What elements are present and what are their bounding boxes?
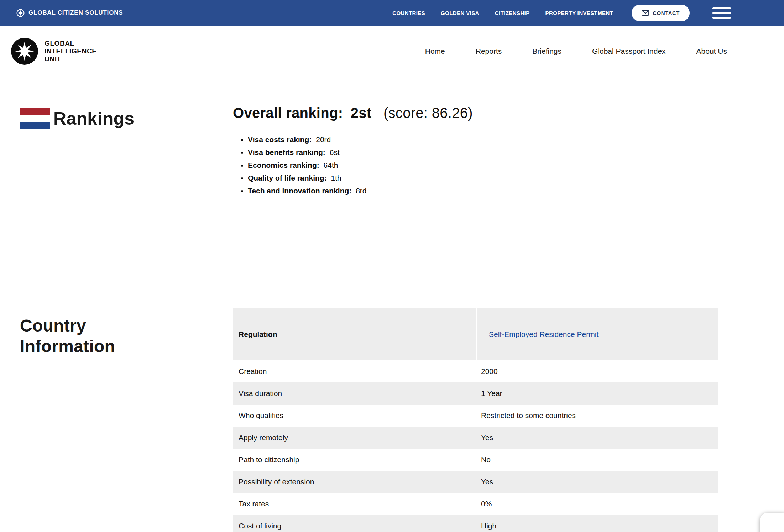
nav-about-us[interactable]: About Us: [696, 47, 727, 56]
topbar: GLOBAL CITIZEN SOLUTIONS COUNTRIES GOLDE…: [0, 0, 784, 26]
envelope-icon: [642, 10, 649, 16]
topbar-link-property-investment[interactable]: PROPERTY INVESTMENT: [545, 10, 613, 16]
page: GLOBAL CITIZEN SOLUTIONS COUNTRIES GOLDE…: [0, 0, 784, 532]
contact-button[interactable]: CONTACT: [632, 5, 690, 21]
gcs-brand-label: GLOBAL CITIZEN SOLUTIONS: [28, 9, 123, 16]
table-header-value: Self-Employed Residence Permit: [477, 308, 718, 360]
table-row: Creation 2000: [233, 360, 718, 382]
topbar-link-countries[interactable]: COUNTRIES: [392, 10, 425, 16]
table-row: Tax rates 0%: [233, 493, 718, 515]
regulation-link[interactable]: Self-Employed Residence Permit: [489, 330, 599, 339]
country-info-table: Regulation Self-Employed Residence Permi…: [233, 308, 718, 532]
table-row: Possibility of extension Yes: [233, 471, 718, 493]
table-body: Creation 2000 Visa duration 1 Year Who q…: [233, 360, 718, 532]
list-item: Economics ranking: 64th: [248, 159, 784, 172]
list-item: Tech and innovation ranking: 8rd: [248, 184, 784, 197]
list-item: Visa costs raking: 20rd: [248, 133, 784, 146]
country-info-left: Country Information: [0, 308, 233, 532]
chat-widget[interactable]: [760, 513, 784, 532]
overall-ranking-heading: Overall ranking: 2st (score: 86.26): [233, 105, 784, 121]
table-header-row: Regulation Self-Employed Residence Permi…: [233, 308, 718, 360]
overall-ranking-value: 2st: [351, 105, 372, 121]
table-row: Visa duration 1 Year: [233, 382, 718, 405]
rankings-list: Visa costs raking: 20rd Visa benefits ra…: [233, 133, 784, 197]
main-nav: Home Reports Briefings Global Passport I…: [425, 47, 727, 56]
nav-reports[interactable]: Reports: [476, 47, 502, 56]
list-item: Visa benefits ranking: 6st: [248, 146, 784, 159]
overall-ranking-score: (score: 86.26): [383, 105, 473, 121]
overall-ranking-label: Overall ranking:: [233, 105, 343, 121]
country-information-title: Country Information: [20, 315, 137, 357]
netherlands-flag: [20, 108, 50, 129]
rankings-section: Rankings Overall ranking: 2st (score: 86…: [0, 77, 784, 197]
main-content: Rankings Overall ranking: 2st (score: 86…: [0, 77, 784, 532]
country-information-section: Country Information Regulation Self-Empl…: [0, 308, 784, 532]
giu-logo[interactable]: GLOBAL INTELLIGENCE UNIT: [11, 38, 97, 65]
site-header: GLOBAL INTELLIGENCE UNIT Home Reports Br…: [0, 26, 784, 77]
rankings-details: Overall ranking: 2st (score: 86.26) Visa…: [233, 105, 784, 197]
topbar-link-citizenship[interactable]: CITIZENSHIP: [495, 10, 530, 16]
giu-star-icon: [11, 38, 38, 65]
giu-logo-text: GLOBAL INTELLIGENCE UNIT: [45, 40, 97, 63]
topbar-link-golden-visa[interactable]: GOLDEN VISA: [441, 10, 479, 16]
rankings-title: Rankings: [53, 108, 134, 129]
nav-home[interactable]: Home: [425, 47, 445, 56]
table-row: Apply remotely Yes: [233, 427, 718, 449]
table-row: Path to citizenship No: [233, 449, 718, 471]
nav-global-passport-index[interactable]: Global Passport Index: [592, 47, 666, 56]
table-row: Who qualifies Restricted to some countri…: [233, 405, 718, 427]
gcs-brand[interactable]: GLOBAL CITIZEN SOLUTIONS: [16, 9, 123, 17]
rankings-left: Rankings: [0, 108, 233, 197]
table-row: Cost of living High: [233, 515, 718, 532]
topbar-nav: COUNTRIES GOLDEN VISA CITIZENSHIP PROPER…: [392, 5, 731, 21]
nav-briefings[interactable]: Briefings: [532, 47, 561, 56]
table-header-label: Regulation: [233, 308, 476, 360]
contact-button-label: CONTACT: [653, 10, 680, 16]
list-item: Quality of life ranking: 1th: [248, 172, 784, 184]
compass-icon: [16, 9, 25, 17]
country-info-table-wrap: Regulation Self-Employed Residence Permi…: [233, 308, 718, 532]
hamburger-menu-icon[interactable]: [712, 7, 731, 19]
